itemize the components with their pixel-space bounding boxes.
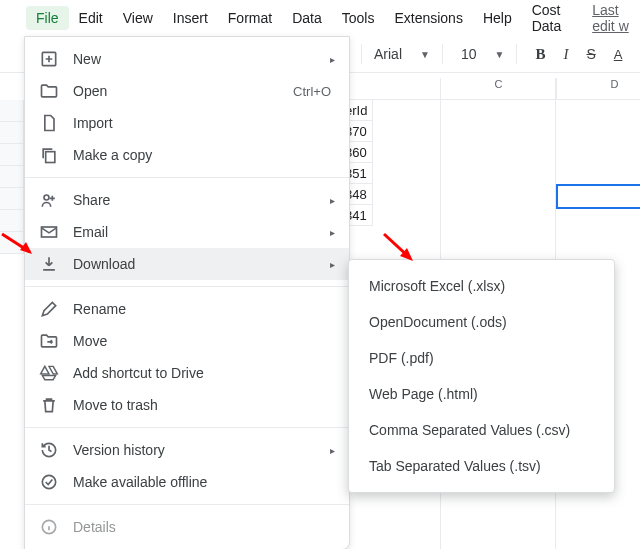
menu-share[interactable]: Share ▸ bbox=[25, 184, 349, 216]
toolbar-separator bbox=[361, 44, 362, 64]
menu-label: Email bbox=[73, 224, 316, 240]
font-size: 10 bbox=[461, 46, 477, 62]
selected-cell[interactable] bbox=[556, 184, 640, 209]
trash-icon bbox=[39, 395, 59, 415]
row-header[interactable] bbox=[0, 188, 24, 210]
bold-button[interactable]: B bbox=[529, 42, 551, 67]
menu-move-trash[interactable]: Move to trash bbox=[25, 389, 349, 421]
menu-costdata[interactable]: Cost Data bbox=[522, 0, 586, 38]
toolbar-separator bbox=[442, 44, 443, 64]
font-picker[interactable]: Arial ▼ bbox=[374, 46, 430, 62]
menu-edit[interactable]: Edit bbox=[69, 6, 113, 30]
svg-point-2 bbox=[44, 195, 49, 200]
folder-icon bbox=[39, 81, 59, 101]
menu-details[interactable]: Details bbox=[25, 511, 349, 543]
menu-label: Move bbox=[73, 333, 335, 349]
menu-label: Make available offline bbox=[73, 474, 335, 490]
menu-label: Add shortcut to Drive bbox=[73, 365, 335, 381]
menu-version-history[interactable]: Version history ▸ bbox=[25, 434, 349, 466]
menu-file[interactable]: File bbox=[26, 6, 69, 30]
text-color-button[interactable]: A bbox=[608, 43, 629, 66]
menu-data[interactable]: Data bbox=[282, 6, 332, 30]
menu-format[interactable]: Format bbox=[218, 6, 282, 30]
download-tsv[interactable]: Tab Separated Values (.tsv) bbox=[349, 448, 614, 484]
menu-label: Make a copy bbox=[73, 147, 335, 163]
row-header[interactable] bbox=[0, 166, 24, 188]
menu-move[interactable]: Move bbox=[25, 325, 349, 357]
chevron-right-icon: ▸ bbox=[330, 227, 335, 238]
download-ods[interactable]: OpenDocument (.ods) bbox=[349, 304, 614, 340]
menu-label: Download bbox=[73, 256, 316, 272]
menu-help[interactable]: Help bbox=[473, 6, 522, 30]
svg-rect-1 bbox=[46, 152, 55, 163]
menu-view[interactable]: View bbox=[113, 6, 163, 30]
download-csv[interactable]: Comma Separated Values (.csv) bbox=[349, 412, 614, 448]
col-header-c[interactable]: C bbox=[441, 78, 557, 100]
row-header[interactable] bbox=[0, 144, 24, 166]
menu-label: Import bbox=[73, 115, 335, 131]
move-icon bbox=[39, 331, 59, 351]
copy-icon bbox=[39, 145, 59, 165]
toolbar-separator bbox=[516, 44, 517, 64]
menu-download[interactable]: Download ▸ bbox=[25, 248, 349, 280]
font-size-picker[interactable]: 10 ▼ bbox=[461, 46, 504, 62]
chevron-down-icon: ▼ bbox=[495, 49, 505, 60]
chevron-right-icon: ▸ bbox=[330, 445, 335, 456]
download-html[interactable]: Web Page (.html) bbox=[349, 376, 614, 412]
row-header[interactable] bbox=[0, 232, 24, 254]
history-icon bbox=[39, 440, 59, 460]
menu-add-shortcut[interactable]: Add shortcut to Drive bbox=[25, 357, 349, 389]
menu-make-copy[interactable]: Make a copy bbox=[25, 139, 349, 171]
menu-email[interactable]: Email ▸ bbox=[25, 216, 349, 248]
strikethrough-button[interactable]: S bbox=[580, 42, 601, 66]
menu-label: Share bbox=[73, 192, 316, 208]
row-header[interactable] bbox=[0, 122, 24, 144]
font-name: Arial bbox=[374, 46, 402, 62]
menu-tools[interactable]: Tools bbox=[332, 6, 385, 30]
menu-open[interactable]: Open Ctrl+O bbox=[25, 75, 349, 107]
separator bbox=[25, 504, 349, 505]
row-header[interactable] bbox=[0, 210, 24, 232]
chevron-right-icon: ▸ bbox=[330, 54, 335, 65]
menu-new[interactable]: New ▸ bbox=[25, 43, 349, 75]
menu-extensions[interactable]: Extensions bbox=[384, 6, 472, 30]
sheets-app: File Edit View Insert Format Data Tools … bbox=[0, 0, 640, 549]
menu-label: Open bbox=[73, 83, 279, 99]
separator bbox=[25, 427, 349, 428]
col-header-d[interactable]: D bbox=[557, 78, 640, 100]
menu-label: Version history bbox=[73, 442, 316, 458]
chevron-down-icon: ▼ bbox=[420, 49, 430, 60]
menu-rename[interactable]: Rename bbox=[25, 293, 349, 325]
share-icon bbox=[39, 190, 59, 210]
svg-point-4 bbox=[42, 475, 55, 488]
row-headers bbox=[0, 100, 24, 254]
info-icon bbox=[39, 517, 59, 537]
download-submenu: Microsoft Excel (.xlsx) OpenDocument (.o… bbox=[348, 259, 615, 493]
italic-button[interactable]: I bbox=[557, 42, 574, 67]
menu-label: Rename bbox=[73, 301, 335, 317]
column-headers: C D bbox=[345, 78, 640, 100]
menu-import[interactable]: Import bbox=[25, 107, 349, 139]
chevron-right-icon: ▸ bbox=[330, 259, 335, 270]
last-edit-link[interactable]: Last edit w bbox=[592, 2, 640, 34]
drive-shortcut-icon bbox=[39, 363, 59, 383]
offline-icon bbox=[39, 472, 59, 492]
menu-label: New bbox=[73, 51, 316, 67]
col-header-b-partial[interactable] bbox=[345, 78, 441, 100]
svg-line-8 bbox=[384, 234, 410, 258]
menu-label: Move to trash bbox=[73, 397, 335, 413]
rename-icon bbox=[39, 299, 59, 319]
download-icon bbox=[39, 254, 59, 274]
row-header[interactable] bbox=[0, 100, 24, 122]
menu-offline[interactable]: Make available offline bbox=[25, 466, 349, 498]
separator bbox=[25, 286, 349, 287]
menu-label: Details bbox=[73, 519, 335, 535]
download-xlsx[interactable]: Microsoft Excel (.xlsx) bbox=[349, 268, 614, 304]
file-icon bbox=[39, 113, 59, 133]
download-pdf[interactable]: PDF (.pdf) bbox=[349, 340, 614, 376]
chevron-right-icon: ▸ bbox=[330, 195, 335, 206]
menubar: File Edit View Insert Format Data Tools … bbox=[0, 0, 640, 36]
email-icon bbox=[39, 222, 59, 242]
menu-insert[interactable]: Insert bbox=[163, 6, 218, 30]
separator bbox=[25, 177, 349, 178]
